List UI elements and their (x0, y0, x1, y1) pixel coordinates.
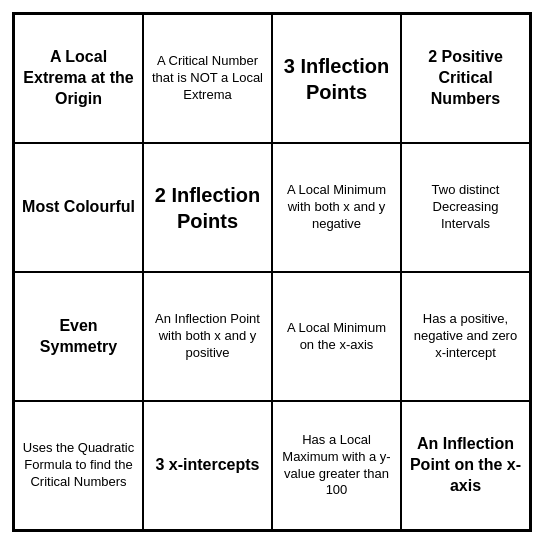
bingo-cell-2: 3 Inflection Points (272, 14, 401, 143)
bingo-cell-13: 3 x-intercepts (143, 401, 272, 530)
bingo-cell-5: 2 Inflection Points (143, 143, 272, 272)
bingo-cell-9: An Inflection Point with both x and y po… (143, 272, 272, 401)
bingo-cell-14: Has a Local Maximum with a y-value great… (272, 401, 401, 530)
bingo-cell-15: An Inflection Point on the x-axis (401, 401, 530, 530)
bingo-cell-12: Uses the Quadratic Formula to find the C… (14, 401, 143, 530)
bingo-cell-3: 2 Positive Critical Numbers (401, 14, 530, 143)
bingo-cell-11: Has a positive, negative and zero x-inte… (401, 272, 530, 401)
bingo-cell-7: Two distinct Decreasing Intervals (401, 143, 530, 272)
bingo-cell-0: A Local Extrema at the Origin (14, 14, 143, 143)
bingo-cell-10: A Local Minimum on the x-axis (272, 272, 401, 401)
bingo-cell-4: Most Colourful (14, 143, 143, 272)
bingo-cell-6: A Local Minimum with both x and y negati… (272, 143, 401, 272)
bingo-cell-8: Even Symmetry (14, 272, 143, 401)
bingo-cell-1: A Critical Number that is NOT a Local Ex… (143, 14, 272, 143)
bingo-card: A Local Extrema at the OriginA Critical … (12, 12, 532, 532)
